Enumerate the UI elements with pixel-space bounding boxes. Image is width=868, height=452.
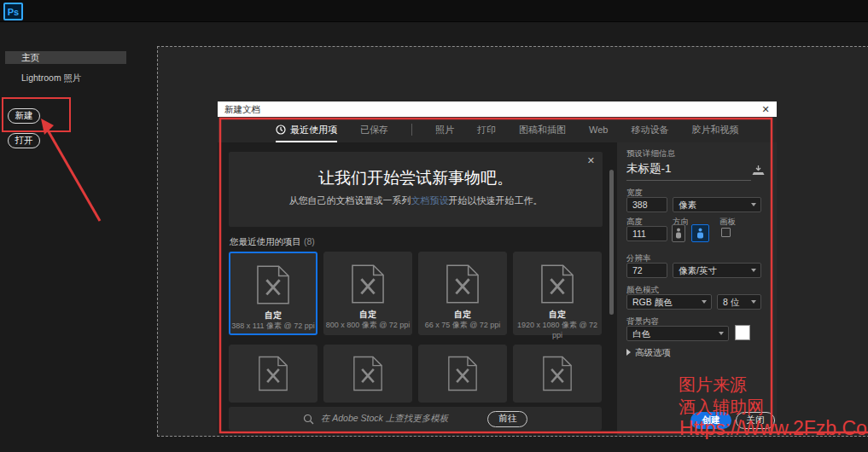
tab-0[interactable]: 最近使用项 xyxy=(276,117,337,142)
annotation-arrow-line xyxy=(47,129,100,221)
card-name: 自定 xyxy=(419,309,506,321)
tab-label: 胶片和视频 xyxy=(691,124,738,136)
open-button[interactable]: 打开 xyxy=(8,133,40,148)
recent-items-heading: 您最近使用的项目 (8) xyxy=(230,236,315,248)
card-name: 自定 xyxy=(324,309,411,321)
tab-1[interactable]: 已保存 xyxy=(360,117,388,142)
preset-heading: 预设详细信息 xyxy=(626,148,675,159)
tab-label: 已保存 xyxy=(360,124,388,136)
banner-subtitle-after: 开始以快速开始工作。 xyxy=(449,195,543,206)
card-name: 自定 xyxy=(230,310,316,322)
sidebar-item-home[interactable]: 主页 xyxy=(5,51,126,64)
close-button[interactable]: 关闭 xyxy=(736,412,775,429)
stock-search-placeholder: 在 Adobe Stock 上查找更多模板 xyxy=(321,413,448,425)
advanced-options-label: 高级选项 xyxy=(635,347,671,357)
recent-item-card[interactable]: 自定800 x 800 像素 @ 72 ppi xyxy=(323,252,412,335)
bit-depth-value: 8 位 xyxy=(723,297,739,307)
preset-details-panel: 预设详细信息 未标题-1 宽度 388 像素 高度 方向 画板 111 xyxy=(617,142,777,435)
dialog-titlebar: 新建文档 ✕ xyxy=(218,101,777,117)
search-icon xyxy=(303,414,314,425)
artboard-checkbox[interactable] xyxy=(721,228,731,237)
banner-subtitle: 从您自己的文档设置或一系列文档预设开始以快速开始工作。 xyxy=(229,194,603,207)
dialog-close-icon[interactable]: ✕ xyxy=(760,101,772,117)
recent-item-card-partial[interactable] xyxy=(418,345,507,403)
width-unit-select[interactable]: 像素 xyxy=(673,197,761,212)
tab-label: 照片 xyxy=(435,124,454,136)
resolution-input[interactable]: 72 xyxy=(626,263,667,278)
tab-4[interactable]: 打印 xyxy=(477,117,496,142)
save-preset-icon[interactable] xyxy=(752,165,765,180)
banner-close-icon[interactable]: ✕ xyxy=(587,155,595,166)
document-template-icon xyxy=(446,264,479,304)
sidebar-item-lightroom[interactable]: Lightroom 照片 xyxy=(5,72,126,84)
go-button[interactable]: 前往 xyxy=(487,411,527,427)
orientation-landscape-button[interactable] xyxy=(691,224,709,242)
document-template-icon xyxy=(543,356,572,391)
width-input[interactable]: 388 xyxy=(626,197,667,212)
chevron-right-icon xyxy=(626,349,631,356)
chevron-down-icon xyxy=(751,269,756,272)
document-template-icon xyxy=(352,264,384,304)
landscape-person-icon xyxy=(696,228,704,239)
bit-depth-select[interactable]: 8 位 xyxy=(717,294,761,310)
resolution-unit-select[interactable]: 像素/英寸 xyxy=(673,263,761,278)
resolution-unit-value: 像素/英寸 xyxy=(679,265,717,275)
content-scrollbar[interactable] xyxy=(609,170,614,315)
document-name-input[interactable]: 未标题-1 xyxy=(626,161,751,181)
width-unit-value: 像素 xyxy=(679,200,696,210)
recent-item-card-partial[interactable] xyxy=(323,345,412,403)
color-mode-value: RGB 颜色 xyxy=(632,297,673,307)
dialog-body: 最近使用项已保存照片打印图稿和插图Web移动设备胶片和视频 ✕ 让我们开始尝试新… xyxy=(218,117,777,435)
dialog-title: 新建文档 xyxy=(224,101,260,117)
advanced-options-toggle[interactable]: 高级选项 xyxy=(626,347,671,359)
tab-3[interactable]: 照片 xyxy=(435,117,454,142)
recent-item-card[interactable]: 自定388 x 111 像素 @ 72 ppi xyxy=(229,252,317,335)
recent-items-count: (8) xyxy=(304,236,315,246)
document-template-icon xyxy=(353,356,382,391)
clock-icon xyxy=(276,125,286,135)
welcome-banner: ✕ 让我们开始尝试新事物吧。 从您自己的文档设置或一系列文档预设开始以快速开始工… xyxy=(229,152,603,227)
chevron-down-icon xyxy=(751,203,756,206)
recent-item-card-partial[interactable] xyxy=(513,345,602,403)
chevron-down-icon xyxy=(751,300,756,304)
card-spec: 800 x 800 像素 @ 72 ppi xyxy=(324,320,411,331)
recent-item-card[interactable]: 自定66 x 75 像素 @ 72 ppi xyxy=(418,252,507,335)
tab-8[interactable]: 胶片和视频 xyxy=(691,117,738,142)
new-document-dialog: 新建文档 ✕ 最近使用项已保存照片打印图稿和插图Web移动设备胶片和视频 ✕ 让… xyxy=(218,101,777,435)
document-presets-link[interactable]: 文档预设 xyxy=(411,195,449,206)
background-select[interactable]: 白色 xyxy=(626,326,729,341)
height-input[interactable]: 111 xyxy=(626,226,667,241)
photoshop-start-screen: Ps 主页 Lightroom 照片 新建 打开 新建文档 ✕ 最近使用项已保存… xyxy=(0,0,868,452)
adobe-stock-bar[interactable]: 在 Adobe Stock 上查找更多模板 前往 xyxy=(229,407,602,431)
tab-6[interactable]: Web xyxy=(589,117,608,142)
tab-5[interactable]: 图稿和插图 xyxy=(519,117,566,142)
card-spec: 66 x 75 像素 @ 72 ppi xyxy=(419,320,506,331)
color-mode-select[interactable]: RGB 颜色 xyxy=(626,294,712,310)
card-name: 自定 xyxy=(514,309,601,321)
tab-label: 打印 xyxy=(477,124,496,136)
dialog-tabs: 最近使用项已保存照片打印图稿和插图Web移动设备胶片和视频 xyxy=(218,117,777,142)
annotation-arrow-head xyxy=(41,119,54,135)
recent-item-card-partial[interactable] xyxy=(229,345,317,403)
card-spec: 1920 x 1080 像素 @ 72 ppi xyxy=(514,320,601,339)
banner-title: 让我们开始尝试新事物吧。 xyxy=(229,167,603,189)
tab-7[interactable]: 移动设备 xyxy=(631,117,668,142)
recent-items-heading-text: 您最近使用的项目 xyxy=(230,236,301,246)
document-template-icon xyxy=(448,356,477,391)
chevron-down-icon xyxy=(719,332,724,335)
app-titlebar: Ps xyxy=(0,0,868,22)
tab-label: Web xyxy=(589,125,608,135)
create-button[interactable]: 创建 xyxy=(690,412,731,429)
tab-label: 图稿和插图 xyxy=(519,124,566,136)
photoshop-logo: Ps xyxy=(3,3,23,20)
new-button[interactable]: 新建 xyxy=(8,108,40,124)
background-color-swatch[interactable] xyxy=(735,325,750,340)
chevron-down-icon xyxy=(702,300,707,304)
orientation-portrait-button[interactable] xyxy=(672,224,685,242)
tab-label: 最近使用项 xyxy=(290,124,337,136)
document-template-icon xyxy=(541,264,574,304)
card-spec: 388 x 111 像素 @ 72 ppi xyxy=(230,321,316,332)
banner-subtitle-before: 从您自己的文档设置或一系列 xyxy=(289,195,411,206)
recent-item-card[interactable]: 自定1920 x 1080 像素 @ 72 ppi xyxy=(513,252,602,335)
tab-divider xyxy=(411,124,412,136)
